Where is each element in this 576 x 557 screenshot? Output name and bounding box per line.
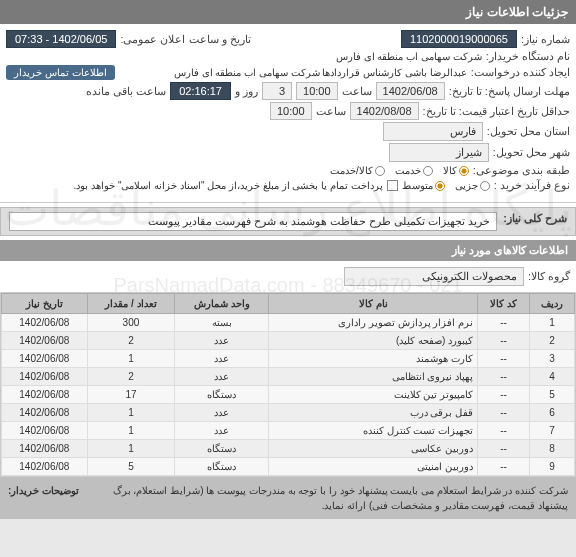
category-label: طبقه بندی موضوعی: — [473, 164, 570, 177]
table-row[interactable]: 8--دوربین عکاسیدستگاه11402/06/08 — [2, 440, 575, 458]
need-no-value: 1102000019000065 — [401, 30, 517, 48]
cell-unit: عدد — [175, 368, 269, 386]
city-label: شهر محل تحویل: — [493, 146, 570, 159]
radio-dot-icon — [480, 181, 490, 191]
radio-khedmat[interactable]: خدمت — [395, 165, 433, 176]
cell-name: دوربین عکاسی — [269, 440, 478, 458]
radio-label: کالا/خدمت — [330, 165, 373, 176]
radio-dot-icon — [375, 166, 385, 176]
radio-dot-icon — [423, 166, 433, 176]
table-row[interactable]: 9--دوربین امنیتیدستگاه51402/06/08 — [2, 458, 575, 476]
cell-code: -- — [478, 458, 530, 476]
cell-n: 6 — [530, 404, 575, 422]
cell-n: 7 — [530, 422, 575, 440]
cell-n: 8 — [530, 440, 575, 458]
radio-dot-icon — [459, 166, 469, 176]
cell-code: -- — [478, 386, 530, 404]
cell-unit: دستگاه — [175, 458, 269, 476]
time-left-suffix: ساعت باقی مانده — [86, 85, 166, 98]
time-left: 02:16:17 — [170, 82, 231, 100]
cell-n: 2 — [530, 332, 575, 350]
cell-unit: عدد — [175, 350, 269, 368]
cell-date: 1402/06/08 — [2, 368, 88, 386]
cell-qty: 17 — [87, 386, 175, 404]
treasury-checkbox[interactable] — [387, 180, 398, 191]
buyer-value: شرکت سهامی اب منطقه ای فارس — [336, 51, 482, 62]
table-row[interactable]: 1--نرم افزار پردازش تصویر راداریبسته3001… — [2, 314, 575, 332]
col-unit: واحد شمارش — [175, 294, 269, 314]
cell-name: دوربین امنیتی — [269, 458, 478, 476]
buy-process-label: نوع فرآیند خرید : — [494, 179, 570, 192]
buyer-label: نام دستگاه خریدار: — [486, 50, 570, 63]
creator-value: عبدالرضا باشی کارشناس قراردادها شرکت سها… — [119, 67, 467, 78]
radio-label: متوسط — [402, 180, 433, 191]
page-header: جزئیات اطلاعات نیاز — [0, 0, 576, 24]
need-no-label: شماره نیاز: — [521, 33, 570, 46]
cell-unit: بسته — [175, 314, 269, 332]
contact-info-button[interactable]: اطلاعات تماس خریدار — [6, 65, 115, 80]
cell-name: کامپیوتر تین کلاینت — [269, 386, 478, 404]
pub-datetime-value: 1402/06/05 - 07:33 — [6, 30, 116, 48]
cell-date: 1402/06/08 — [2, 386, 88, 404]
buy-process-radio-group: جزیی متوسط — [402, 180, 490, 191]
table-header-row: ردیف کد کالا نام کالا واحد شمارش تعداد /… — [2, 294, 575, 314]
pub-datetime-label: تاریخ و ساعت اعلان عمومی: — [120, 33, 250, 46]
cell-qty: 1 — [87, 422, 175, 440]
desc-value: خرید تجهیزات تکمیلی طرح حفاظت هوشمند به … — [9, 212, 497, 231]
cell-code: -- — [478, 404, 530, 422]
cell-qty: 1 — [87, 440, 175, 458]
cell-code: -- — [478, 368, 530, 386]
cell-code: -- — [478, 422, 530, 440]
treasury-checkbox-label: پرداخت تمام یا بخشی از مبلغ خرید،از محل … — [74, 180, 383, 191]
cell-date: 1402/06/08 — [2, 422, 88, 440]
col-row: ردیف — [530, 294, 575, 314]
creator-label: ایجاد کننده درخواست: — [471, 66, 570, 79]
table-row[interactable]: 5--کامپیوتر تین کلاینتدستگاه171402/06/08 — [2, 386, 575, 404]
radio-kala-khedmat[interactable]: کالا/خدمت — [330, 165, 385, 176]
cell-name: تجهیزات تست کنترل کننده — [269, 422, 478, 440]
cell-qty: 2 — [87, 332, 175, 350]
cell-qty: 300 — [87, 314, 175, 332]
col-qty: تعداد / مقدار — [87, 294, 175, 314]
table-row[interactable]: 3--کارت هوشمندعدد11402/06/08 — [2, 350, 575, 368]
items-table: ردیف کد کالا نام کالا واحد شمارش تعداد /… — [0, 292, 576, 477]
cell-code: -- — [478, 332, 530, 350]
radio-medium[interactable]: متوسط — [402, 180, 445, 191]
cell-date: 1402/06/08 — [2, 458, 88, 476]
cell-n: 5 — [530, 386, 575, 404]
cell-qty: 5 — [87, 458, 175, 476]
province-label: استان محل تحویل: — [487, 125, 570, 138]
buyer-note-text: شرکت کننده در شرایط استعلام می بایست پیش… — [113, 485, 568, 511]
desc-label: شرح کلی نیاز: — [503, 212, 567, 231]
cell-name: قفل برقی درب — [269, 404, 478, 422]
table-row[interactable]: 7--تجهیزات تست کنترل کنندهعدد11402/06/08 — [2, 422, 575, 440]
cell-date: 1402/06/08 — [2, 332, 88, 350]
radio-label: خدمت — [395, 165, 421, 176]
table-row[interactable]: 6--قفل برقی دربعدد11402/06/08 — [2, 404, 575, 422]
radio-minor[interactable]: جزیی — [455, 180, 490, 191]
cell-code: -- — [478, 314, 530, 332]
divider — [0, 202, 576, 203]
table-row[interactable]: 4--پهپاد نیروی انتظامیعدد21402/06/08 — [2, 368, 575, 386]
cell-code: -- — [478, 440, 530, 458]
items-header: اطلاعات کالاهای مورد نیاز — [0, 240, 576, 261]
cell-n: 3 — [530, 350, 575, 368]
cell-date: 1402/06/08 — [2, 404, 88, 422]
valid-time-label: ساعت — [316, 105, 346, 118]
cell-unit: دستگاه — [175, 386, 269, 404]
cell-date: 1402/06/08 — [2, 440, 88, 458]
cell-code: -- — [478, 350, 530, 368]
radio-dot-icon — [435, 181, 445, 191]
col-name: نام کالا — [269, 294, 478, 314]
col-date: تاریخ نیاز — [2, 294, 88, 314]
cell-date: 1402/06/08 — [2, 350, 88, 368]
table-row[interactable]: 2--کیبورد (صفحه کلید)عدد21402/06/08 — [2, 332, 575, 350]
deadline-date: 1402/06/08 — [376, 82, 445, 100]
col-code: کد کالا — [478, 294, 530, 314]
valid-time: 10:00 — [270, 102, 312, 120]
category-radio-group: کالا خدمت کالا/خدمت — [330, 165, 469, 176]
radio-kala[interactable]: کالا — [443, 165, 469, 176]
cell-qty: 1 — [87, 350, 175, 368]
city-value: شیراز — [389, 143, 489, 162]
deadline-time: 10:00 — [296, 82, 338, 100]
